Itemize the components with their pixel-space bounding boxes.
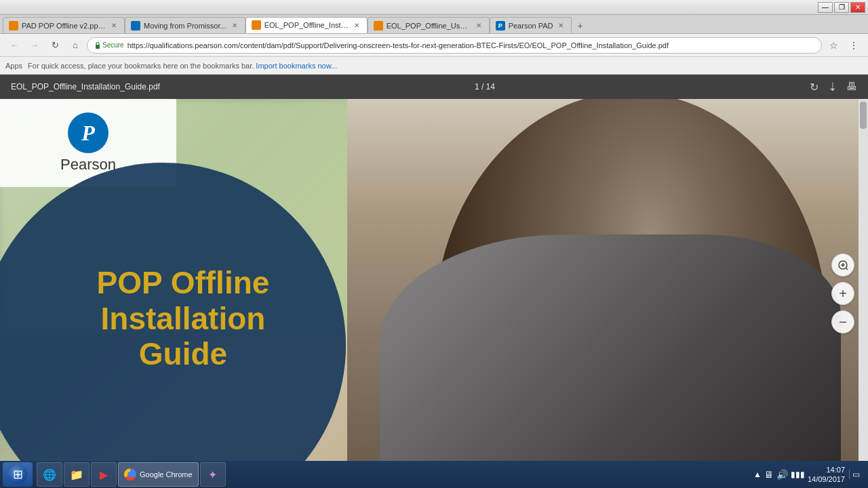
scrollbar[interactable] — [859, 99, 868, 488]
pearson-circle-logo: P — [68, 113, 108, 153]
minimize-button[interactable]: — — [818, 2, 833, 13]
bookmarks-import-link[interactable]: Import bookmarks now... — [256, 62, 337, 70]
taskbar-ie-button[interactable]: 🌐 — [37, 462, 62, 487]
zoom-controls: + − — [831, 253, 854, 333]
bookmarks-bar: Apps For quick access, place your bookma… — [0, 57, 868, 75]
url-text: https://qualifications.pearson.com/conte… — [127, 41, 814, 49]
secure-badge: Secure — [94, 41, 124, 49]
pdf-actions: ↻ ⇣ 🖶 — [810, 81, 857, 94]
guide-title: POP Offline Installation Guide — [97, 265, 270, 373]
tab-2-title: Moving from Promissor... — [144, 22, 226, 30]
svg-rect-0 — [96, 45, 100, 49]
tab-4-title: EOL_POP_Offline_User_C... — [387, 22, 471, 30]
taskbar-explorer-button[interactable]: 📁 — [64, 462, 90, 487]
clock-date: 14/09/2017 — [808, 474, 845, 484]
tab-5-title: Pearson PAD — [509, 22, 553, 30]
pdf-toolbar: EOL_POP_Offline_Installation_Guide.pdf 1… — [0, 75, 868, 99]
tab-1-favicon — [9, 21, 18, 30]
zoom-in-button[interactable]: + — [831, 282, 854, 305]
ie-icon: 🌐 — [43, 468, 56, 481]
reload-button[interactable]: ↻ — [46, 37, 64, 54]
tab-4-close[interactable]: ✕ — [474, 21, 484, 30]
window-controls: — ❐ ✕ — [818, 2, 865, 13]
pdf-print-icon[interactable]: 🖶 — [846, 81, 857, 93]
taskbar: ⊞ 🌐 📁 ▶ Google Chrome ✦ ▲ 🖥 🔊 ▮▮▮ 14:07 … — [0, 461, 868, 488]
tray-network-icon[interactable]: 🖥 — [764, 469, 774, 480]
explorer-icon: 📁 — [70, 468, 83, 481]
settings-icon[interactable]: ⋮ — [845, 37, 863, 54]
jacket-area — [380, 235, 841, 488]
toolbar-icons: ☆ ⋮ — [825, 37, 863, 54]
zoom-out-button[interactable]: − — [831, 310, 854, 333]
bookmark-icon[interactable]: ☆ — [825, 37, 842, 54]
tray-volume-icon[interactable]: 🔊 — [776, 469, 788, 480]
close-button[interactable]: ✕ — [850, 2, 865, 13]
taskbar-media-button[interactable]: ▶ — [91, 462, 117, 487]
bookmarks-apps-label[interactable]: Apps — [5, 62, 22, 70]
tab-5-close[interactable]: ✕ — [556, 21, 566, 30]
tray-battery-icon[interactable]: ▮▮▮ — [791, 470, 805, 479]
tab-4-favicon — [374, 21, 383, 30]
forward-button[interactable]: → — [26, 37, 43, 54]
pearson-logo-letter: P — [81, 121, 95, 146]
pdf-refresh-icon[interactable]: ↻ — [810, 81, 818, 94]
pdf-page: P Pearson POP Offline Installation Guide — [0, 99, 868, 488]
system-tray: ▲ 🖥 🔊 ▮▮▮ 14:07 14/09/2017 ▭ — [748, 465, 865, 485]
chrome-icon — [124, 468, 136, 481]
tab-3-close[interactable]: ✕ — [352, 20, 361, 30]
pdf-filename: EOL_POP_Offline_Installation_Guide.pdf — [11, 82, 160, 92]
tab-5[interactable]: P Pearson PAD ✕ — [490, 17, 572, 33]
address-bar[interactable]: Secure https://qualifications.pearson.co… — [87, 37, 822, 54]
tray-show-desktop[interactable]: ▭ — [849, 470, 860, 479]
back-button[interactable]: ← — [5, 37, 23, 54]
svg-line-4 — [846, 268, 848, 270]
tab-1-close[interactable]: ✕ — [109, 21, 119, 30]
address-bar-row: ← → ↻ ⌂ Secure https://qualifications.pe… — [0, 34, 868, 57]
circle-text-container: POP Offline Installation Guide — [20, 156, 346, 481]
clock-time: 14:07 — [808, 465, 845, 474]
new-tab-button[interactable]: + — [572, 18, 588, 33]
media-icon: ▶ — [97, 468, 111, 481]
zoom-fit-button[interactable] — [831, 253, 854, 277]
home-button[interactable]: ⌂ — [66, 37, 84, 54]
pdf-page-info: 1 / 14 — [475, 82, 495, 92]
tab-4[interactable]: EOL_POP_Offline_User_C... ✕ — [368, 17, 490, 33]
tab-3[interactable]: EOL_POP_Offline_Installa... ✕ — [245, 17, 368, 33]
pdf-download-icon[interactable]: ⇣ — [828, 81, 837, 94]
app-icon: ✦ — [206, 468, 220, 481]
start-orb-icon: ⊞ — [8, 465, 27, 484]
start-button[interactable]: ⊞ — [3, 462, 33, 487]
bookmarks-message: For quick access, place your bookmarks h… — [28, 62, 254, 70]
tab-2[interactable]: Moving from Promissor... ✕ — [125, 17, 245, 33]
tab-1-title: PAD POP Offline v2.ppt... — [22, 22, 106, 30]
tab-2-favicon — [131, 21, 140, 30]
tab-3-favicon — [252, 20, 261, 30]
tray-chevron-icon[interactable]: ▲ — [753, 470, 762, 479]
tab-2-close[interactable]: ✕ — [230, 21, 239, 30]
tray-clock: 14:07 14/09/2017 — [808, 465, 845, 485]
scrollbar-thumb[interactable] — [860, 102, 867, 129]
title-bar: — ❐ ✕ — [0, 0, 868, 15]
tab-3-title: EOL_POP_Offline_Installa... — [264, 21, 349, 29]
tab-5-favicon: P — [496, 21, 505, 30]
tab-1[interactable]: PAD POP Offline v2.ppt... ✕ — [3, 17, 125, 33]
tab-bar: PAD POP Offline v2.ppt... ✕ Moving from … — [0, 15, 868, 34]
restore-button[interactable]: ❐ — [834, 2, 849, 13]
pdf-viewer: P Pearson POP Offline Installation Guide — [0, 99, 868, 488]
taskbar-chrome-button[interactable]: Google Chrome — [118, 462, 199, 487]
taskbar-app-button[interactable]: ✦ — [200, 462, 226, 487]
